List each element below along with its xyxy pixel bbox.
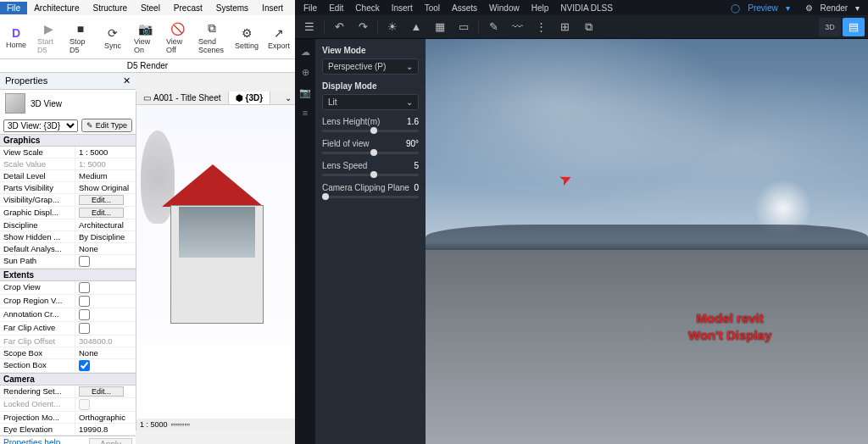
setting-button[interactable]: ⚙Setting (231, 15, 263, 58)
edit-button[interactable]: Edit... (79, 208, 124, 218)
prop-parts-visibility[interactable]: Parts VisibilityShow Original (0, 182, 136, 194)
path-icon[interactable]: 〰 (506, 18, 528, 36)
prop-scope-box[interactable]: Scope BoxNone (0, 347, 136, 359)
view-mode-select[interactable]: Perspective (P)⌄ (322, 58, 419, 75)
prop-sun-path[interactable]: Sun Path (0, 255, 136, 269)
display-mode-select[interactable]: Lit⌄ (322, 94, 419, 110)
sidebar-layers-icon[interactable]: ≡ (298, 105, 313, 120)
view-dropdown[interactable]: 3D View: {3D} (3, 119, 78, 132)
prop-detail-level[interactable]: Detail LevelMedium (0, 170, 136, 182)
lens-speed-value[interactable]: 5 (414, 161, 419, 170)
chevron-down-icon: ⌄ (406, 97, 413, 107)
sun-path-checkbox[interactable] (79, 256, 90, 267)
send-scenes-button[interactable]: ⧉Send Scenes (193, 15, 231, 58)
d5-menubar: File Edit Check Insert Tool Assets Windo… (295, 0, 868, 15)
render-button[interactable]: ⚙ Render ▾ (800, 3, 865, 13)
d5-menu-file[interactable]: File (298, 3, 322, 13)
scene-list-icon[interactable]: ▤ (843, 18, 865, 36)
fov-slider[interactable] (322, 152, 419, 154)
clipping-slider[interactable] (322, 196, 419, 198)
grid-icon[interactable]: ▦ (429, 18, 451, 36)
sun-icon[interactable]: ☀ (381, 18, 403, 36)
prop-annotation-crop[interactable]: Annotation Cr... (0, 308, 136, 322)
lens-height-slider[interactable] (322, 130, 419, 132)
scatter-icon[interactable]: ⋮ (530, 18, 552, 36)
tab-a001[interactable]: ▭A001 - Title Sheet (136, 92, 229, 104)
rect-icon[interactable]: ▭ (453, 18, 475, 36)
align-icon[interactable]: ⊞ (554, 18, 576, 36)
edit-type-button[interactable]: ✎ Edit Type (81, 119, 132, 132)
sidebar-cloud-icon[interactable]: ☁ (298, 44, 313, 59)
d5-menu-dlss[interactable]: NVIDIA DLSS (555, 3, 618, 13)
start-d5-button[interactable]: ▶Start D5 (32, 15, 64, 58)
camera-section[interactable]: Camera (0, 373, 136, 386)
view-off-button[interactable]: 🚫View Off (161, 15, 193, 58)
sidebar-globe-icon[interactable]: ⊕ (298, 64, 313, 80)
menu-structure[interactable]: Structure (86, 2, 134, 14)
prop-view-scale[interactable]: View Scale1 : 5000 (0, 147, 136, 158)
d5-menu-tool[interactable]: Tool (420, 3, 445, 13)
crop-region-checkbox[interactable] (79, 296, 90, 307)
layers-icon[interactable]: ⧉ (577, 18, 599, 36)
close-icon[interactable]: ✕ (123, 75, 131, 86)
d5-menu-edit[interactable]: Edit (324, 3, 348, 13)
stop-d5-button[interactable]: ■Stop D5 (64, 15, 97, 58)
menu-icon[interactable]: ☰ (298, 18, 320, 36)
brush-icon[interactable]: ✎ (482, 18, 504, 36)
apply-button[interactable]: Apply (89, 438, 132, 444)
prop-rendering-settings[interactable]: Rendering Set...Edit... (0, 386, 136, 398)
prop-default-analysis[interactable]: Default Analys...None (0, 243, 136, 255)
section-box-checkbox[interactable] (79, 360, 90, 371)
edit-button[interactable]: Edit... (79, 195, 124, 205)
export-button[interactable]: ↗Export (263, 15, 295, 58)
menu-architecture[interactable]: Architecture (27, 2, 86, 14)
properties-help-link[interactable]: Properties help (3, 438, 60, 444)
prop-show-hidden[interactable]: Show Hidden ...By Discipline (0, 231, 136, 243)
d5-menu-insert[interactable]: Insert (387, 3, 418, 13)
undo-icon[interactable]: ↶ (328, 18, 350, 36)
edit-button[interactable]: Edit... (79, 386, 124, 397)
prop-graphic-display[interactable]: Graphic Displ...Edit... (0, 207, 136, 219)
cone-icon[interactable]: ▲ (405, 18, 427, 36)
view-on-button[interactable]: 📷View On (129, 15, 161, 58)
lens-speed-slider[interactable] (322, 174, 419, 176)
revit-3d-canvas[interactable] (136, 105, 295, 420)
preview-button[interactable]: ◯ Preview ▾ (726, 3, 794, 13)
clipping-value[interactable]: 0 (414, 183, 419, 192)
d5-menu-assets[interactable]: Assets (447, 3, 482, 13)
prop-projection-mode[interactable]: Projection Mo...Orthographic (0, 412, 136, 424)
graphics-section[interactable]: Graphics (0, 134, 136, 147)
crop-view-checkbox[interactable] (79, 282, 90, 293)
view-type-selector[interactable]: 3D View (0, 90, 136, 117)
prop-visibility-graphics[interactable]: Visibility/Grap...Edit... (0, 194, 136, 207)
status-icons[interactable]: ▫▫▫▫▫▫▫ (171, 420, 190, 429)
status-scale[interactable]: 1 : 5000 (140, 420, 168, 429)
far-clip-active-checkbox[interactable] (79, 323, 90, 334)
tab-3d[interactable]: ⬢{3D} (229, 92, 271, 104)
menu-steel[interactable]: Steel (134, 2, 167, 14)
prop-crop-view[interactable]: Crop View (0, 281, 136, 295)
extents-section[interactable]: Extents (0, 269, 136, 281)
annotation-crop-checkbox[interactable] (79, 309, 90, 320)
d5-menu-window[interactable]: Window (484, 3, 525, 13)
tab-overflow[interactable]: ⌄ (281, 92, 295, 104)
fov-value[interactable]: 90° (406, 139, 419, 148)
menu-precast[interactable]: Precast (167, 2, 209, 14)
menu-systems[interactable]: Systems (209, 2, 255, 14)
menu-insert[interactable]: Insert (255, 2, 290, 14)
prop-eye-elevation[interactable]: Eye Elevation19990.8 (0, 424, 136, 436)
d5-menu-check[interactable]: Check (350, 3, 384, 13)
menu-file[interactable]: File (0, 2, 27, 14)
sidebar-camera-icon[interactable]: 📷 (298, 85, 313, 100)
redo-icon[interactable]: ↷ (352, 18, 374, 36)
prop-crop-region[interactable]: Crop Region V... (0, 295, 136, 308)
prop-discipline[interactable]: DisciplineArchitectural (0, 219, 136, 231)
prop-section-box[interactable]: Section Box (0, 359, 136, 373)
prop-far-clip-active[interactable]: Far Clip Active (0, 322, 136, 336)
lens-height-value[interactable]: 1.6 (407, 117, 419, 126)
sync-button[interactable]: ⟳Sync (97, 15, 129, 58)
home-button[interactable]: DHome (0, 15, 32, 58)
d5-menu-help[interactable]: Help (526, 3, 554, 13)
d5-viewport[interactable]: ➤ Model revit Won't Display (426, 39, 868, 444)
3d-mode-button[interactable]: 3D (819, 18, 841, 36)
